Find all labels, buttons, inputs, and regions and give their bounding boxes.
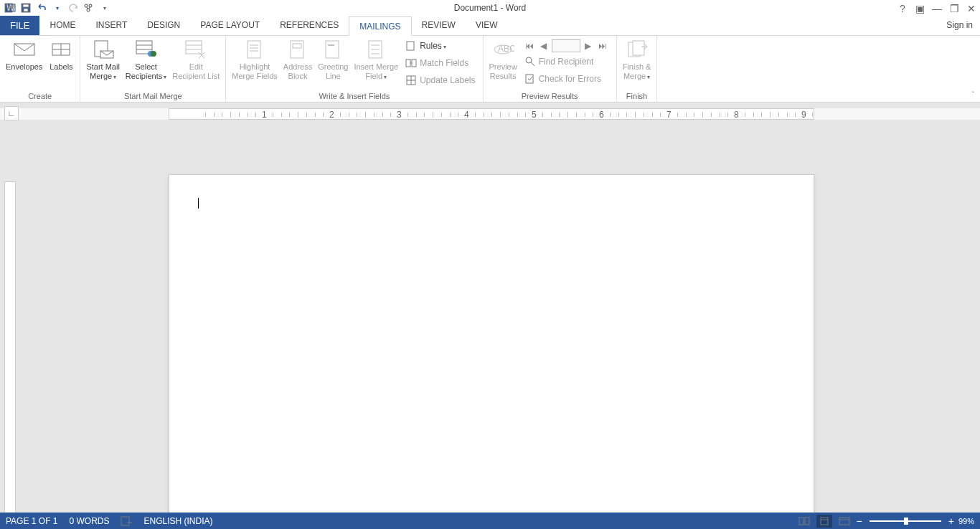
svg-rect-20 [186,41,202,54]
document-area: ∟ 123456789 [0,103,980,513]
page-indicator[interactable]: PAGE 1 OF 1 [6,516,57,526]
envelopes-label: Envelopes [6,62,42,72]
highlight-merge-fields-label: HighlightMerge Fields [232,62,278,81]
save-button[interactable] [19,1,33,15]
rules-button[interactable]: Rules [404,38,476,54]
svg-rect-46 [633,41,644,55]
svg-point-19 [151,51,156,57]
svg-point-6 [85,4,88,7]
help-icon[interactable]: ? [897,3,908,14]
maximize-icon[interactable]: ❐ [948,3,960,14]
edit-recipient-list-label: EditRecipient List [172,62,220,81]
qat-more-dropdown[interactable]: ▾ [98,1,112,15]
svg-rect-5 [24,9,28,11]
zoom-percentage[interactable]: 99% [958,517,974,525]
labels-icon [50,38,72,61]
print-layout-icon[interactable] [816,515,832,528]
finish-merge-button: Finish &Merge [620,37,654,88]
tab-file[interactable]: FILE [0,16,39,35]
update-labels-button[interactable]: Update Labels [404,72,476,88]
document-page[interactable] [169,174,814,513]
record-number-input[interactable] [552,39,580,52]
svg-rect-29 [326,41,339,58]
horizontal-ruler[interactable]: ∟ 123456789 [0,108,980,120]
group-start-mail-merge-label: Start Mail Merge [83,91,222,102]
record-navigation: ⏮ ◀ ▶ ⏭ [523,38,611,52]
zoom-out-button[interactable]: − [857,515,862,527]
read-mode-icon[interactable] [796,515,812,528]
svg-rect-37 [412,59,416,67]
address-block-label: AddressBlock [283,62,312,81]
app-icon: W [3,1,17,15]
minimize-icon[interactable]: — [931,3,943,14]
zoom-slider[interactable] [870,520,941,522]
text-cursor [198,198,199,209]
match-fields-label: Match Fields [420,58,468,68]
tab-design[interactable]: DESIGN [137,16,190,35]
start-mail-merge-icon [92,38,115,61]
highlight-merge-fields-icon [243,38,266,61]
next-record-icon[interactable]: ▶ [582,39,595,52]
tab-references[interactable]: REFERENCES [270,16,349,35]
undo-dropdown[interactable]: ▾ [50,1,65,15]
find-recipient-icon [524,56,536,67]
match-fields-button[interactable]: Match Fields [404,55,476,71]
group-finish-label: Finish [620,91,654,102]
rules-label: Rules [420,41,446,51]
language-indicator[interactable]: ENGLISH (INDIA) [143,516,212,526]
insert-merge-field-button: Insert MergeField [351,37,401,88]
greeting-line-icon [321,38,344,61]
insert-merge-field-label: Insert MergeField [354,62,398,82]
update-labels-label: Update Labels [420,75,475,85]
spelling-status[interactable] [121,516,132,526]
prev-record-icon[interactable]: ◀ [537,39,550,52]
sign-in-link[interactable]: Sign in [946,20,973,30]
web-layout-icon[interactable] [837,515,852,528]
word-count[interactable]: 0 WORDS [69,516,109,526]
envelopes-button[interactable]: Envelopes [3,37,45,88]
redo-button[interactable] [66,1,80,15]
select-recipients-icon [135,38,158,61]
labels-button[interactable]: Labels [45,37,77,88]
start-mail-merge-button[interactable]: Start MailMerge [83,37,122,88]
undo-button[interactable] [34,1,49,15]
svg-rect-50 [821,518,828,525]
window-title: Document1 - Word [0,3,980,13]
select-recipients-button[interactable]: SelectRecipients [123,37,169,88]
tab-mailings[interactable]: MAILINGS [349,16,411,36]
zoom-in-button[interactable]: + [948,515,954,527]
tab-review[interactable]: REVIEW [412,16,466,35]
find-recipient-button[interactable]: Find Recipient [523,54,611,70]
highlight-merge-fields-button: HighlightMerge Fields [229,37,281,88]
svg-rect-36 [406,59,410,67]
preview-results-icon: ABCD [491,38,514,61]
status-bar: PAGE 1 OF 1 0 WORDS ENGLISH (INDIA) − + … [0,513,980,529]
svg-rect-4 [23,4,29,7]
labels-label: Labels [50,62,72,72]
svg-rect-49 [805,518,809,525]
select-recipients-label: SelectRecipients [126,62,166,82]
vertical-ruler[interactable] [4,103,16,513]
envelope-icon [13,38,36,61]
tab-insert[interactable]: INSERT [85,16,137,35]
svg-rect-23 [248,41,260,58]
close-icon[interactable]: ✕ [966,3,977,14]
insert-merge-field-icon [364,38,387,61]
svg-rect-47 [121,517,129,525]
edit-recipient-list-icon [184,38,207,61]
ribbon-display-options-icon[interactable]: ▣ [914,3,925,14]
last-record-icon[interactable]: ⏭ [596,39,609,52]
svg-rect-44 [526,75,533,83]
greeting-line-button: GreetingLine [315,37,351,88]
first-record-icon[interactable]: ⏮ [523,39,536,52]
ribbon-body: Envelopes Labels Create Start MailMerg [0,36,980,103]
ribbon-tabs: FILE HOME INSERT DESIGN PAGE LAYOUT REFE… [0,16,980,36]
tab-home[interactable]: HOME [39,16,85,35]
collapse-ribbon-icon[interactable]: ˆ [972,91,974,99]
check-errors-button[interactable]: Check for Errors [523,71,611,87]
group-create-label: Create [3,91,77,102]
tab-view[interactable]: VIEW [466,16,508,35]
group-preview-results: ABCD PreviewResults ⏮ ◀ ▶ ⏭ Find Recipie… [484,36,617,102]
tab-page-layout[interactable]: PAGE LAYOUT [190,16,270,35]
customize-qat[interactable] [82,1,96,15]
